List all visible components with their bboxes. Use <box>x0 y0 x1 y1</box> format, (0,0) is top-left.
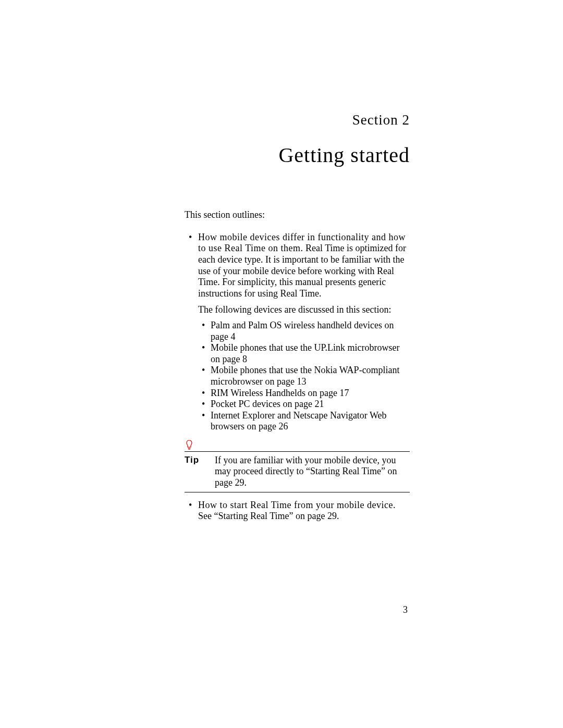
outer-list: How mobile devices differ in functionali… <box>185 232 410 300</box>
tip-row: Tip If you are familiar with your mobile… <box>185 452 410 492</box>
outer-item-rest: See “Starting Real Time” on page 29. <box>198 511 339 521</box>
lightbulb-icon <box>186 440 193 450</box>
outer-item-start: How to start Real Time from your mobile … <box>185 500 410 522</box>
inner-item: Mobile phones that use the UP.Link micro… <box>198 342 410 365</box>
section-title: Getting started <box>185 143 410 167</box>
following-devices-para: The following devices are discussed in t… <box>185 304 410 316</box>
outer-item-lead: How to start Real Time from your mobile … <box>198 500 396 510</box>
inner-item: Palm and Palm OS wireless handheld devic… <box>198 320 410 342</box>
page-content: Section 2 Getting started This section o… <box>185 112 410 524</box>
inner-item: Internet Explorer and Netscape Navigator… <box>198 410 410 433</box>
inner-list: Palm and Palm OS wireless handheld devic… <box>185 320 410 433</box>
inner-item: Mobile phones that use the Nokia WAP-com… <box>198 365 410 387</box>
tip-block: Tip If you are familiar with your mobile… <box>185 440 410 492</box>
section-label: Section 2 <box>185 112 410 128</box>
tip-rule-bottom <box>185 492 410 492</box>
inner-item: RIM Wireless Handhelds on page 17 <box>198 388 410 399</box>
tip-label: Tip <box>185 455 215 465</box>
tip-text: If you are familiar with your mobile dev… <box>215 455 410 489</box>
outer-item-devices: How mobile devices differ in functionali… <box>185 232 410 300</box>
intro-text: This section outlines: <box>185 210 410 220</box>
page-number: 3 <box>403 604 408 615</box>
inner-item: Pocket PC devices on page 21 <box>198 399 410 410</box>
outer-list-2: How to start Real Time from your mobile … <box>185 500 410 522</box>
